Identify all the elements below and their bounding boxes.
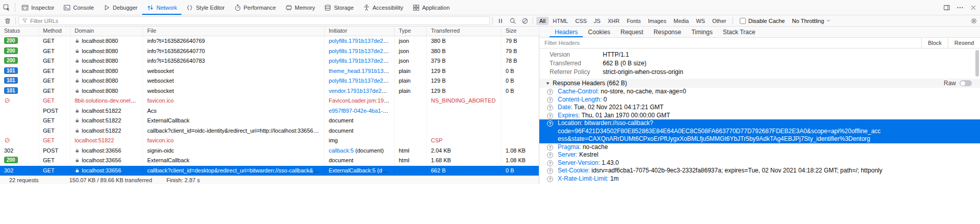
toolbox-tab-style-editor[interactable]: Style Editor xyxy=(181,0,229,15)
pause-log-button[interactable] xyxy=(494,15,507,26)
filter-headers-input[interactable] xyxy=(539,38,921,48)
type-filter-media[interactable]: Media xyxy=(670,17,692,25)
request-row[interactable]: 302GETlocalhost:33656callback?client_id=… xyxy=(0,166,539,176)
toolbox-tab-performance[interactable]: Performance xyxy=(230,0,281,15)
method: GET xyxy=(43,128,55,134)
toolbox-tab-debugger[interactable]: Debugger xyxy=(99,0,142,15)
details-tab-timings[interactable]: Timings xyxy=(686,27,718,37)
column-header-size[interactable]: Size xyxy=(502,27,539,36)
initiator: ExternalCallback:5 xyxy=(329,167,376,173)
transferred: 380 B xyxy=(431,38,446,44)
disable-cache-checkbox[interactable] xyxy=(740,18,746,24)
raw-toggle[interactable] xyxy=(960,80,972,86)
type-filter-css[interactable]: CSS xyxy=(572,17,590,25)
domain: localhost:51822 xyxy=(75,137,114,143)
summary-label: Referrer Policy xyxy=(550,68,603,76)
toolbox-tab-storage[interactable]: Storage xyxy=(320,0,358,15)
request-row[interactable]: 200GETlocalhost:8080info?t=1635826640769… xyxy=(0,36,539,46)
column-header-file[interactable]: File xyxy=(143,27,325,36)
request-row[interactable]: 101GETlocalhost:8080websockettheme_head.… xyxy=(0,66,539,77)
help-icon: ? xyxy=(547,144,553,151)
throttling-dropdown[interactable]: No Throttling xyxy=(789,15,834,26)
resend-button[interactable]: Resend xyxy=(948,38,980,48)
request-row[interactable]: GETlocalhost:51822ExternalCallbackdocume… xyxy=(0,116,539,126)
request-row[interactable]: GET8bit-solutions-dev.onelogin…favicon.i… xyxy=(0,96,539,106)
request-row[interactable]: 302POSTlocalhost:33656signin-oidccallbac… xyxy=(0,146,539,156)
request-row[interactable]: 101GETlocalhost:8080websocketpolyfills.1… xyxy=(0,76,539,86)
type-cell xyxy=(395,166,427,176)
request-row[interactable]: 200GETlocalhost:8080info?t=1635826640783… xyxy=(0,56,539,66)
request-row[interactable]: GETlocalhost:51822favicon.icoimgCSP xyxy=(0,136,539,146)
header-row[interactable]: ?Server-Version: 1.43.0 xyxy=(539,159,980,167)
type-filter-other[interactable]: Other xyxy=(709,17,730,25)
type-filter-html[interactable]: HTML xyxy=(550,17,571,25)
gear-icon xyxy=(970,17,977,24)
search-icon xyxy=(509,17,516,24)
request-row[interactable]: GETlocalhost:51822callback?client_id=oid… xyxy=(0,126,539,136)
details-tab-headers[interactable]: Headers xyxy=(550,27,583,37)
type-filter-images[interactable]: Images xyxy=(645,17,669,25)
block-header-button[interactable]: Block xyxy=(921,38,948,48)
column-header-domain[interactable]: Domain xyxy=(71,27,143,36)
details-tab-cookies[interactable]: Cookies xyxy=(583,27,615,37)
toolbox-tab-console[interactable]: Console xyxy=(59,0,98,15)
disable-cache-toggle[interactable]: Disable Cache xyxy=(740,15,785,26)
size-cell: 1.08 KB xyxy=(502,146,539,156)
clear-requests-button[interactable] xyxy=(2,15,14,26)
request-row[interactable]: 200GETlocalhost:8080info?t=1635826640770… xyxy=(0,46,539,57)
domain: localhost:8080 xyxy=(82,88,118,94)
response-headers-section[interactable]: Response Headers (662 B) Raw xyxy=(539,79,980,88)
header-row[interactable]: ?Cache-Control: no-store, no-cache, max-… xyxy=(539,88,980,96)
type-filter-js[interactable]: JS xyxy=(591,17,604,25)
search-button[interactable] xyxy=(507,15,519,26)
filter-urls-input[interactable] xyxy=(30,18,486,24)
transferred-summary: 150.07 KB / 89.66 KB transferred xyxy=(69,177,152,183)
size-cell xyxy=(502,126,539,136)
request-row[interactable]: 200GETlocalhost:33656ExternalCallbackdoc… xyxy=(0,156,539,166)
header-row[interactable]: ?Content-Length: 0 xyxy=(539,96,980,104)
type-filter-all[interactable]: All xyxy=(536,17,549,25)
header-row[interactable]: ?Set-Cookie: idsrv=adf6cba1-7075-402b-9e… xyxy=(539,167,980,175)
request-row[interactable]: 101GETlocalhost:8080websocketvendor.1791… xyxy=(0,86,539,96)
responsive-design-mode-button[interactable] xyxy=(940,0,953,15)
request-row[interactable]: POSTlocalhost:51822Acse957f897-042e-4ba1… xyxy=(0,106,539,116)
toolbox-tab-inspector[interactable]: Inspector xyxy=(17,0,59,15)
type-filter-xhr[interactable]: XHR xyxy=(605,17,623,25)
column-header-type[interactable]: Type xyxy=(395,27,427,36)
devtools-menu-button[interactable] xyxy=(953,0,967,15)
toolbox-tab-network[interactable]: Network xyxy=(142,0,181,15)
type-filter-fonts[interactable]: Fonts xyxy=(624,17,644,25)
size-cell: 1.08 KB xyxy=(502,156,539,166)
header-row[interactable]: ?Location: bitwarden://sso-callback?code… xyxy=(539,119,980,143)
close-devtools-button[interactable] xyxy=(967,0,980,15)
column-header-initiator[interactable]: Initiator xyxy=(325,27,395,36)
initiator-cell: FaviconLoader.jsm:191 (img) xyxy=(325,96,395,106)
toolbox-tab-accessibility[interactable]: Accessibility xyxy=(358,0,408,15)
type-cell: plain xyxy=(395,76,427,86)
details-tab-stack-trace[interactable]: Stack Trace xyxy=(718,27,760,37)
header-row[interactable]: ?Expires: Thu, 01 Jan 1970 00:00:00 GMT xyxy=(539,112,980,120)
column-header-method[interactable]: Method xyxy=(39,27,71,36)
type-filter-ws[interactable]: WS xyxy=(693,17,708,25)
header-row[interactable]: ?Pragma: no-cache xyxy=(539,143,980,152)
type: html xyxy=(399,157,409,163)
network-settings-button[interactable] xyxy=(968,15,980,26)
pause-icon xyxy=(497,17,504,24)
block-requests-button[interactable] xyxy=(519,15,531,26)
toolbox-tab-memory[interactable]: Memory xyxy=(281,0,320,15)
dock-icon xyxy=(943,4,950,11)
column-header-transferred[interactable]: Transferred xyxy=(427,27,502,36)
pick-element-button[interactable] xyxy=(0,0,13,15)
details-tab-response[interactable]: Response xyxy=(648,27,686,37)
header-row[interactable]: ?X-Rate-Limit-Limit: 1m xyxy=(539,175,980,183)
help-icon: ? xyxy=(547,105,553,111)
header-row[interactable]: ?Date: Tue, 02 Nov 2021 04:17:21 GMT xyxy=(539,104,980,112)
column-header-status[interactable]: Status xyxy=(0,27,39,36)
meatball-menu-icon xyxy=(956,4,964,11)
details-tab-request[interactable]: Request xyxy=(616,27,649,37)
toolbox-tab-application[interactable]: Application xyxy=(408,0,454,15)
header-row[interactable]: ?Server: Kestrel xyxy=(539,151,980,159)
details-scrollbar[interactable] xyxy=(975,50,979,77)
method-cell: GET xyxy=(39,136,71,146)
status-text: 302 xyxy=(4,167,13,173)
